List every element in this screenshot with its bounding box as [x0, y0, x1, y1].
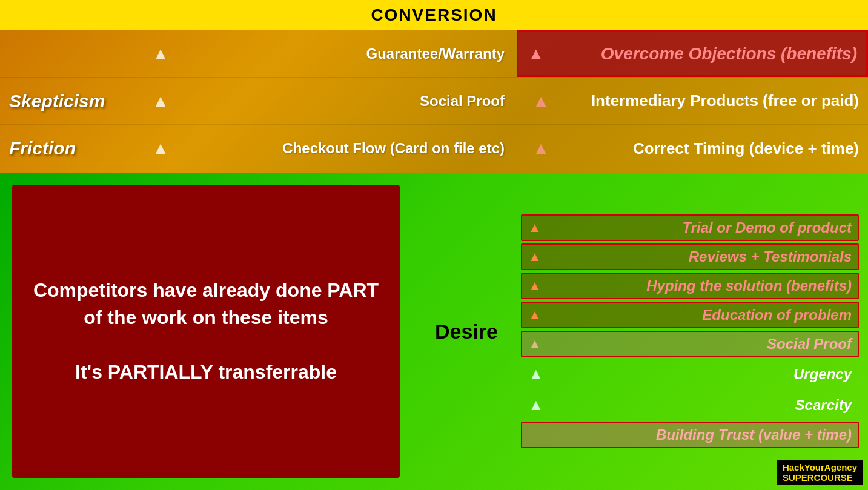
arrow-1: ▲	[145, 44, 176, 64]
list-item-6: ▲ Urgency	[521, 360, 859, 388]
right-arrow-3: ▲	[526, 139, 556, 158]
right-box-1: ▲ Overcome Objections (benefits)	[517, 30, 868, 77]
item-text-6: Urgency	[552, 366, 852, 383]
list-item-7: ▲ Scarcity	[521, 391, 859, 419]
item-text-1: Trial or Demo of product	[552, 219, 852, 236]
item-text-7: Scarcity	[552, 397, 852, 414]
arrow-3: ▲	[145, 139, 176, 158]
right-box-2: ▲ Intermediary Products (free or paid)	[517, 78, 868, 124]
item-arrow-3: ▲	[528, 278, 546, 294]
middle-text-3: Checkout Flow (Card on file etc)	[176, 140, 517, 157]
right-items-list: ▲ Trial or Demo of product ▲ Reviews + T…	[521, 173, 868, 490]
desire-label: Desire	[435, 320, 498, 343]
item-text-8: Building Trust (value + time)	[552, 426, 852, 443]
middle-text-2: Social Proof	[176, 93, 517, 110]
arrow-2: ▲	[145, 91, 176, 111]
left-label-2: Skepticism	[0, 91, 145, 111]
list-item-8: Building Trust (value + time)	[521, 422, 859, 448]
item-arrow-1: ▲	[528, 220, 546, 236]
left-line1: Competitors have already done PART of th…	[33, 279, 379, 328]
item-arrow-5: ▲	[528, 336, 546, 352]
watermark-line2: SUPERCOURSE	[783, 472, 857, 483]
title-text: CONVERSION	[371, 5, 497, 25]
watermark: HackYourAgency SUPERCOURSE	[777, 460, 863, 485]
left-red-box: Competitors have already done PART of th…	[12, 185, 400, 478]
item-text-5: Social Proof	[552, 336, 852, 353]
list-item-5: ▲ Social Proof	[521, 331, 859, 357]
left-red-text: Competitors have already done PART of th…	[30, 277, 382, 385]
main-container: CONVERSION ▲ Guarantee/Warranty ▲ Overco…	[0, 0, 868, 490]
middle-text-1: Guarantee/Warranty	[176, 45, 517, 62]
lower-section: Competitors have already done PART of th…	[0, 173, 868, 490]
item-text-3: Hyping the solution (benefits)	[552, 277, 852, 294]
list-item-1: ▲ Trial or Demo of product	[521, 214, 859, 241]
right-box-3: ▲ Correct Timing (device + time)	[517, 125, 868, 172]
list-item-3: ▲ Hyping the solution (benefits)	[521, 273, 859, 299]
left-line2: It's PARTIALLY transferrable	[75, 361, 337, 383]
upper-row-1: ▲ Guarantee/Warranty ▲ Overcome Objectio…	[0, 30, 868, 78]
right-text-3: Correct Timing (device + time)	[562, 139, 859, 158]
upper-row-2: Skepticism ▲ Social Proof ▲ Intermediary…	[0, 78, 868, 125]
upper-row-3: Friction ▲ Checkout Flow (Card on file e…	[0, 125, 868, 172]
right-text-1: Overcome Objections (benefits)	[551, 44, 857, 64]
right-arrow-2: ▲	[526, 91, 556, 111]
page-title: CONVERSION	[0, 0, 868, 30]
item-text-4: Education of problem	[552, 306, 852, 323]
watermark-line1: HackYourAgency	[783, 462, 857, 472]
left-label-3: Friction	[0, 138, 145, 159]
item-arrow-6: ▲	[528, 365, 546, 383]
item-arrow-4: ▲	[528, 307, 546, 323]
item-arrow-7: ▲	[528, 396, 546, 414]
desire-section: Desire	[412, 173, 521, 490]
right-arrow-1: ▲	[528, 44, 545, 64]
list-item-4: ▲ Education of problem	[521, 302, 859, 328]
upper-section: ▲ Guarantee/Warranty ▲ Overcome Objectio…	[0, 30, 868, 173]
list-item-2: ▲ Reviews + Testimonials	[521, 243, 859, 270]
item-text-2: Reviews + Testimonials	[552, 248, 852, 265]
right-text-2: Intermediary Products (free or paid)	[562, 91, 859, 110]
item-arrow-2: ▲	[528, 249, 546, 265]
